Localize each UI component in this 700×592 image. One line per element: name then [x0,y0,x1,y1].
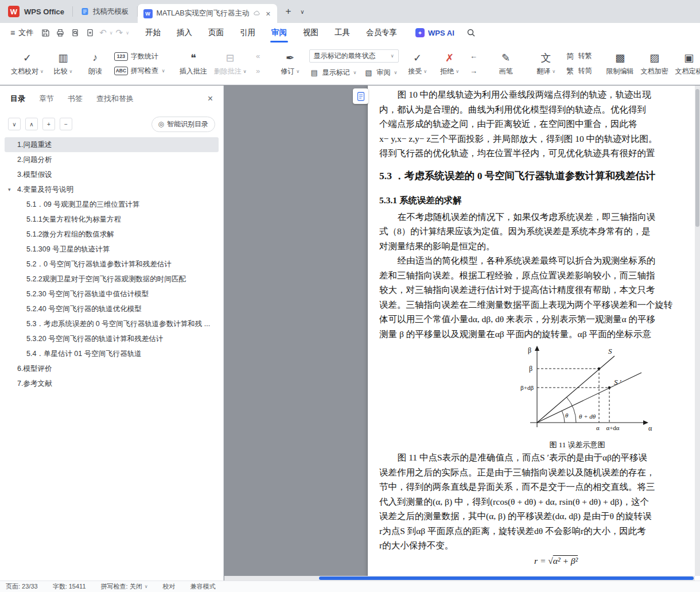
menu-tab[interactable]: 页面 [200,23,232,42]
toc-item[interactable]: 5.3．考虑系统误差的 0 号空间飞行器轨道参数计算和残 ... [5,316,219,331]
previous-comment-button[interactable]: « [253,51,263,61]
document-text-line[interactable]: 式（8）的计算结果应该为定值。因为系统误差是系统本身常有的，是 [379,224,700,239]
menu-tab[interactable]: 开始 [137,23,169,42]
toc-item[interactable]: 5.2.30 号空间飞行器轨道中值估计模型 [5,287,219,301]
document-text-line[interactable]: x− y,x− z,y− z三个平面投影，并局部放大，得到图 10 中的轨迹对比… [379,131,700,146]
heading-5-3[interactable]: 5.3 ．考虑系统误差的 0 号空间飞行器轨道参数计算和残差估计 [379,169,700,183]
proofread-status[interactable]: 校对 [163,582,176,591]
toc-item[interactable]: 5.2.2观测卫星对于空间飞行器观测数据的时间匹配 [5,272,219,287]
document-text-line[interactable]: 对测量结果的影响是恒定的。 [379,239,700,254]
document-text-line[interactable]: 在不考虑随机误差的情况下，如果仅考虑系统误差，即三轴指向误 [379,210,700,225]
brush-button[interactable]: ✎ 画笔 [491,45,522,83]
compare-button[interactable]: ▥ 比较∨ [48,45,79,83]
document-text-line[interactable]: 较大，对三轴指向误差进行估计对于提高估计精度很有帮助，本文只考 [379,283,700,297]
print-preview-button[interactable] [68,25,83,40]
file-menu-button[interactable]: ≡ 文件 [6,28,38,38]
figure-11[interactable]: β α β β+dβ α α+dα S S ′ θ θ + dθ 图 11 误差 [497,343,658,450]
document-text-line[interactable]: 误差之后的测量数据，其中(α, β) 的平移误差(dα, dβ) 是由于θ 的旋… [379,509,700,524]
document-tab-matlab[interactable]: W MATLAB实现空间飞行器主动 × [138,4,278,23]
document-text-line[interactable]: r为点S 到αβ 平面原点的距离，旋转误差dθ 不会影响r的大小，因此考 [379,524,700,539]
toc-item[interactable]: 3.模型假设 [5,167,219,182]
toc-item[interactable]: 7.参考文献 [5,376,219,391]
toc-item[interactable]: 1.问题重述 [5,137,219,152]
toc-item[interactable]: 5.2．0 号空间飞行器轨道参数计算和残差估计 [5,257,219,272]
save-button[interactable] [38,25,53,40]
markup-state-select[interactable]: 显示标记的最终状态 ∨ [309,49,399,63]
toc-item[interactable]: 5.1.309 号卫星的轨迹计算 [5,242,219,257]
toc-item[interactable]: 5.1．09 号观测卫星的三维位置计算 [5,197,219,212]
horizontal-scrollbar[interactable] [224,576,695,581]
word-count-button[interactable]: 123 字数统计 [114,52,165,61]
export-pdf-button[interactable] [83,25,98,40]
document-text-line[interactable]: 经由适当的简化模型，各种系统误差最终可以折合为观测坐标系的 [379,253,700,268]
menu-tab[interactable]: 视图 [295,23,326,42]
track-changes-button[interactable]: ✒ 修订∨ [275,45,306,83]
close-tab-icon[interactable]: × [265,9,271,18]
document-text-line[interactable]: 图 11 中点S表示的是准确值点，而点S ′表示的是由于αβ的平移误 [379,450,700,465]
insert-comment-button[interactable]: ❝ 插入批注 [177,45,210,83]
undo-button[interactable]: ↶ [98,28,108,38]
document-text-line[interactable]: 得到飞行器的优化轨迹，均在位置半径内，可见优化轨迹具有很好的置 [379,146,700,161]
print-button[interactable] [53,25,68,40]
document-text-line[interactable]: r的大小保持不变。 [379,538,700,553]
traditional-to-simplified-button[interactable]: 繁 转简 [565,66,592,76]
document-tab-template[interactable]: 找稿壳模板 [73,0,137,23]
reject-button[interactable]: ✗ 拒绝∨ [434,45,465,83]
toc-item[interactable]: 5.4．单星估计 01 号空间飞行器轨道 [5,346,219,361]
document-text-line[interactable]: 差和三轴指向误差。根据工程经验，原点位置误差影响较小，而三轴指 [379,268,700,283]
spell-check-status[interactable]: 拼写检查: 关闭 ∨ [101,582,148,591]
smart-toc-button[interactable]: ◎ 智能识别目录 [151,117,215,132]
document-text-line[interactable]: 图 10 中的星线轨迹为利用公垂线段两端点得到的轨迹，轨迹出现 [379,87,700,102]
new-tab-button[interactable]: + [281,4,295,19]
redo-button[interactable]: ↷ [114,28,125,38]
collapse-all-button[interactable]: ∨ [8,118,21,130]
undo-history-caret-icon[interactable]: ∨ [108,30,114,36]
toc-item[interactable]: 6.模型评价 [5,361,219,376]
simplified-to-traditional-button[interactable]: 简 转繁 [565,51,592,61]
close-sidebar-icon[interactable]: × [208,94,213,104]
word-counter[interactable]: 字数: 15411 [53,582,86,591]
document-page[interactable]: 图 10 中的星线轨迹为利用公垂线段两端点得到的轨迹，轨迹出现 内，都认为是合理… [368,86,700,581]
page-navigation-button[interactable] [353,88,368,104]
document-text-line[interactable]: 误差作用之后的实际点。正是由于三轴指向误差以及随机误差的存在， [379,465,700,480]
formula-r[interactable]: r = √α² + β² [534,554,700,568]
redo-history-caret-icon[interactable]: ∨ [125,30,130,36]
translate-button[interactable]: 文 翻译∨ [531,45,562,83]
document-text-line[interactable]: 测量 β 的平移量以及观测量在αβ 平面内的旋转量。αβ 平面的坐标示意 [379,327,700,342]
increase-level-button[interactable]: + [42,118,55,130]
finalize-document-button[interactable]: ▣ 文档定稿 [672,45,700,83]
page-counter[interactable]: 页面: 23/33 [6,582,38,591]
document-text-line[interactable]: 代入到测量的(α, β) 中，得到(rcos(θ + dθ) + dα, rsi… [379,494,700,509]
proofread-button[interactable]: ✓ 文档校对∨ [8,45,46,83]
vertical-scrollbar-thumb[interactable] [695,89,699,227]
toc-item[interactable]: 5.1.1矢量方程转化为标量方程 [5,212,219,227]
horizontal-scrollbar-thumb[interactable] [319,576,694,580]
toc-expand-caret-icon[interactable] [8,182,11,197]
toc-item[interactable]: 4.变量及符号说明 [5,182,219,197]
previous-change-button[interactable]: ← [469,51,479,61]
sidebar-tab[interactable]: 书签 [68,94,83,104]
document-text-line[interactable]: 内，都认为是合理的。曲线为利用优化模型得到的轨迹点。优化得到 [379,102,700,117]
sidebar-tab[interactable]: 目录 [10,94,25,104]
heading-5-3-1[interactable]: 5.3.1 系统误差的求解 [379,194,700,207]
menu-tab[interactable]: 插入 [169,23,200,42]
menu-tab[interactable]: 工具 [326,23,358,42]
menu-tab[interactable]: 引用 [232,23,263,42]
encrypt-document-button[interactable]: ▨ 文档加密 [638,45,671,83]
next-change-button[interactable]: → [469,66,479,76]
compatibility-mode-badge[interactable]: 兼容模式 [190,582,216,591]
document-text-line[interactable]: 节中，得到的两条直线是异面关系，而不是交于一点的相交直线。将三 [379,479,700,494]
decrease-level-button[interactable]: − [60,118,72,130]
tab-list-chevron-icon[interactable]: ∨ [295,9,309,15]
review-pane-button[interactable]: ▧ 审阅 ∨ [363,67,397,78]
toc-item[interactable]: 5.2.40 号空间飞行器的轨道优化模型 [5,301,219,316]
delete-comment-button[interactable]: ⊟ 删除批注∨ [211,45,250,83]
document-text-line[interactable]: 误差。三轴指向误差在二维测量数据平面上表现为两个平移误差和一个旋转 [379,297,700,312]
accept-button[interactable]: ✓ 接受∨ [402,45,433,83]
show-markup-button[interactable]: ▤ 显示标记 ∨ [309,67,357,78]
menu-tab[interactable]: 审阅 [263,23,295,42]
toc-item[interactable]: 2.问题分析 [5,152,219,167]
sidebar-tab[interactable]: 查找和替换 [96,94,134,104]
document-text-line[interactable]: 个端点形成的轨迹之间，由于距离较近，在空间图中重合，因此将 [379,117,700,131]
app-home-button[interactable]: W WPS Office [0,0,72,23]
